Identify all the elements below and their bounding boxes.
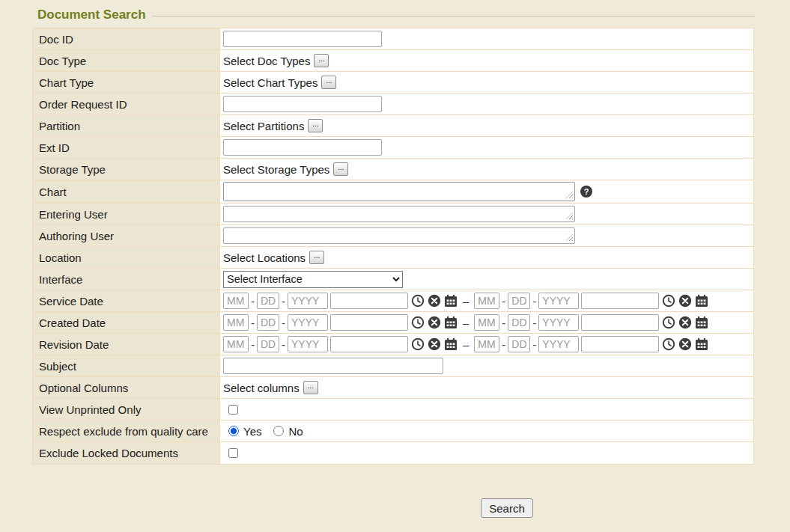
location-label: Location xyxy=(33,247,220,268)
document-search-panel: Document Search Doc ID Doc Type Select D… xyxy=(28,7,755,465)
doc-id-input[interactable] xyxy=(223,31,382,47)
revision-date-start-clock-icon[interactable] xyxy=(411,337,425,351)
date-part-separator: - xyxy=(502,317,505,329)
respect-exclude-no-radio[interactable] xyxy=(273,426,284,436)
date-part-separator: - xyxy=(282,338,285,351)
created-date-end-day-input[interactable] xyxy=(508,314,530,331)
doc-type-label: Doc Type xyxy=(33,50,220,71)
subject-label: Subject xyxy=(33,355,220,376)
revision-date-end-day-input[interactable] xyxy=(508,336,530,352)
date-part-separator: - xyxy=(502,338,505,351)
legend-divider xyxy=(152,16,755,16)
doc-type-picker-button[interactable]: ... xyxy=(314,54,329,67)
partition-picker-text: Select Partitions xyxy=(223,120,304,132)
created-date-end-calendar-icon[interactable] xyxy=(695,316,708,329)
service-date-label: Service Date xyxy=(33,290,220,311)
respect-exclude-no-label: No xyxy=(288,425,303,438)
service-date-start-clear-icon[interactable] xyxy=(428,294,441,308)
created-date-end-month-input[interactable] xyxy=(474,314,499,331)
authoring-user-input[interactable] xyxy=(223,227,575,244)
service-date-end-clock-icon[interactable] xyxy=(662,294,675,308)
revision-date-start-clear-icon[interactable] xyxy=(428,337,441,351)
service-date-end-month-input[interactable] xyxy=(474,293,499,309)
revision-date-end-time-input[interactable] xyxy=(581,336,659,352)
service-date-end-day-input[interactable] xyxy=(508,293,530,309)
created-date-start-year-input[interactable] xyxy=(288,314,328,331)
revision-date-start-day-input[interactable] xyxy=(257,336,279,352)
interface-label: Interface xyxy=(33,269,220,290)
storage-type-picker-button[interactable]: ... xyxy=(333,162,348,176)
revision-date-end-calendar-icon[interactable] xyxy=(695,337,708,351)
service-date-start-time-input[interactable] xyxy=(330,293,408,309)
created-date-end-clock-icon[interactable] xyxy=(662,316,675,329)
service-date-start-clock-icon[interactable] xyxy=(411,294,425,308)
revision-date-end-month-input[interactable] xyxy=(474,336,499,352)
form-row-entering-user: Entering User xyxy=(33,204,753,225)
revision-date-end-clear-icon[interactable] xyxy=(678,337,692,351)
view-unprinted-only-checkbox[interactable] xyxy=(228,405,238,415)
form-row-revision-date: Revision Date - - – - - xyxy=(33,334,753,355)
date-part-separator: - xyxy=(502,295,505,308)
exclude-locked-label: Exclude Locked Documents xyxy=(33,442,220,464)
partition-picker-button[interactable]: ... xyxy=(308,119,323,132)
order-request-id-input[interactable] xyxy=(223,96,382,112)
date-part-separator: - xyxy=(282,295,285,308)
revision-date-end-year-input[interactable] xyxy=(538,336,579,352)
service-date-start-day-input[interactable] xyxy=(257,293,279,309)
chart-type-label: Chart Type xyxy=(33,72,220,93)
date-range-separator: – xyxy=(463,317,469,329)
optional-columns-picker-button[interactable]: ... xyxy=(303,381,318,394)
revision-date-label: Revision Date xyxy=(33,334,220,355)
subject-input[interactable] xyxy=(223,358,443,374)
form-row-optional-columns: Optional Columns Select columns ... xyxy=(33,377,753,399)
date-part-separator: - xyxy=(251,295,255,308)
created-date-end-year-input[interactable] xyxy=(538,314,579,331)
created-date-start-clock-icon[interactable] xyxy=(411,316,425,329)
created-date-start-month-input[interactable] xyxy=(223,314,249,331)
chart-type-picker-button[interactable]: ... xyxy=(321,76,336,89)
revision-date-start-time-input[interactable] xyxy=(330,336,408,352)
chart-textarea[interactable] xyxy=(223,182,575,201)
location-picker-button[interactable]: ... xyxy=(309,251,324,264)
service-date-end-calendar-icon[interactable] xyxy=(695,294,708,308)
created-date-start-calendar-icon[interactable] xyxy=(444,316,458,329)
service-date-end-clear-icon[interactable] xyxy=(678,294,692,308)
form-row-location: Location Select Locations ... xyxy=(33,247,753,269)
revision-date-start-month-input[interactable] xyxy=(223,336,249,352)
search-button[interactable]: Search xyxy=(481,498,533,518)
service-date-start-year-input[interactable] xyxy=(288,293,328,309)
interface-select[interactable]: Select Interface xyxy=(223,271,403,288)
form-row-doc-id: Doc ID xyxy=(33,28,753,50)
revision-date-start-calendar-icon[interactable] xyxy=(444,337,458,351)
service-date-end-year-input[interactable] xyxy=(538,293,579,309)
form-row-respect-exclude: Respect exclude from quality care Yes No xyxy=(33,421,753,442)
revision-date-start-year-input[interactable] xyxy=(288,336,328,352)
optional-columns-label: Optional Columns xyxy=(33,377,220,398)
form-row-subject: Subject xyxy=(33,355,753,377)
form-row-created-date: Created Date - - – - - xyxy=(33,312,753,334)
form-row-authoring-user: Authoring User xyxy=(33,225,753,247)
created-date-start-clear-icon[interactable] xyxy=(428,316,441,329)
form-row-ext-id: Ext ID xyxy=(33,137,753,159)
revision-date-end-clock-icon[interactable] xyxy=(662,337,675,351)
created-date-start-time-input[interactable] xyxy=(330,314,408,331)
help-icon[interactable]: ? xyxy=(580,186,592,198)
date-part-separator: - xyxy=(251,338,255,351)
optional-columns-picker-text: Select columns xyxy=(223,382,300,394)
date-range-separator: – xyxy=(463,338,469,351)
view-unprinted-only-label: View Unprinted Only xyxy=(33,399,220,420)
form-row-interface: Interface Select Interface xyxy=(33,269,753,290)
chart-type-picker-text: Select Chart Types xyxy=(223,76,317,89)
service-date-start-month-input[interactable] xyxy=(223,293,249,309)
ext-id-input[interactable] xyxy=(223,139,382,156)
created-date-end-time-input[interactable] xyxy=(581,314,659,331)
service-date-start-calendar-icon[interactable] xyxy=(444,294,458,308)
exclude-locked-checkbox[interactable] xyxy=(228,448,238,458)
entering-user-input[interactable] xyxy=(223,206,575,222)
service-date-end-time-input[interactable] xyxy=(581,293,659,309)
entering-user-label: Entering User xyxy=(33,204,220,224)
form-row-doc-type: Doc Type Select Doc Types ... xyxy=(33,50,753,72)
created-date-start-day-input[interactable] xyxy=(257,314,279,331)
respect-exclude-yes-radio[interactable] xyxy=(228,426,239,436)
created-date-end-clear-icon[interactable] xyxy=(678,316,692,329)
